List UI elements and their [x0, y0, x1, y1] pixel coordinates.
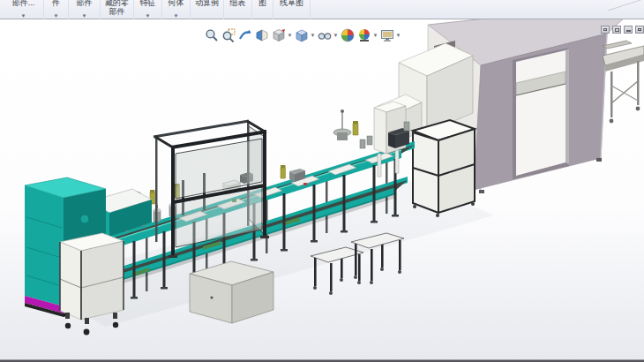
cm-button-label: 图 — [258, 0, 266, 7]
cm-button-label: 部件 — [77, 0, 93, 7]
floor-control-box[interactable] — [190, 261, 273, 323]
color-ball-icon — [341, 28, 355, 42]
chevron-down-icon[interactable]: ▼ — [287, 33, 293, 38]
cm-button-label: 动算例 — [195, 0, 219, 7]
scene-ball-icon — [357, 28, 371, 42]
bowl-feeder-station[interactable] — [333, 109, 372, 148]
cm-button-reference-geometry[interactable]: 何体 ▼ — [162, 0, 191, 19]
magnifier-area-icon — [221, 28, 236, 42]
view-settings-button[interactable] — [378, 27, 395, 43]
close-icon[interactable] — [635, 26, 644, 34]
orientation-cube-icon — [272, 28, 286, 42]
chevron-down-icon[interactable]: ▼ — [310, 33, 316, 38]
cm-button-component[interactable]: 部件 ▼ — [69, 0, 101, 19]
chevron-down-icon[interactable]: ▼ — [333, 33, 339, 38]
cm-button-bom[interactable]: 细表 — [224, 0, 252, 19]
heads-up-view-toolbar: ▼ ▼ ▼ — [203, 27, 401, 43]
maximize-icon[interactable] — [612, 26, 621, 34]
assembly-model[interactable] — [0, 19, 644, 359]
command-manager-buttons: 部件... ▼ 件 ▼ 部件 ▼ 藏的零 部件 特征 ▼ 何体 ▼ — [4, 0, 311, 19]
chevron-down-icon: ▼ — [82, 13, 87, 19]
minimize-icon[interactable] — [624, 26, 633, 34]
zoom-to-fit-button[interactable] — [203, 27, 220, 43]
chevron-down-icon: ▼ — [21, 13, 26, 19]
exit-conveyor[interactable] — [603, 41, 644, 123]
window-controls — [601, 26, 644, 34]
glasses-icon — [318, 28, 332, 42]
framed-cabinet[interactable] — [413, 120, 475, 217]
cm-button-explode-line-sketch[interactable]: 线草图 — [273, 0, 311, 19]
cm-button-label: 细表 — [230, 0, 246, 7]
cm-button-label: 部件... — [12, 0, 35, 7]
cm-button-motion-study[interactable]: 动算例 — [191, 0, 224, 19]
zoom-to-area-button[interactable] — [220, 27, 236, 43]
cm-button-label: 何体 — [168, 0, 184, 7]
decorative-line — [608, 0, 644, 11]
cm-button-label: 线草图 — [280, 0, 303, 7]
solidworks-window: 部件... ▼ 件 ▼ 部件 ▼ 藏的零 部件 特征 ▼ 何体 ▼ — [0, 0, 644, 362]
shaded-cube-icon — [295, 28, 309, 42]
cm-button-components[interactable]: 部件... ▼ — [4, 0, 44, 19]
edit-appearance-button[interactable] — [339, 27, 356, 43]
cm-button-hidden-components[interactable]: 藏的零 部件 — [101, 0, 134, 19]
blue-swoosh-icon — [238, 28, 252, 42]
cm-button-exploded-view[interactable]: 图 — [252, 0, 273, 19]
cm-button-label: 特征 — [140, 0, 156, 7]
cm-button-part[interactable]: 件 ▼ — [44, 0, 69, 19]
display-style-button[interactable] — [293, 27, 310, 43]
monitor-icon — [380, 28, 394, 42]
command-manager: 部件... ▼ 件 ▼ 部件 ▼ 藏的零 部件 特征 ▼ 何体 ▼ — [0, 0, 644, 19]
chevron-down-icon: ▼ — [146, 13, 151, 19]
chevron-down-icon[interactable]: ▼ — [372, 33, 378, 38]
chevron-down-icon[interactable]: ▼ — [395, 33, 401, 38]
section-cube-icon — [255, 28, 269, 42]
cm-button-features[interactable]: 特征 ▼ — [134, 0, 162, 19]
cm-button-label: 件 — [52, 0, 60, 7]
cm-button-label: 藏的零 部件 — [105, 0, 129, 16]
previous-view-button[interactable] — [236, 27, 253, 43]
restore-icon[interactable] — [601, 26, 610, 34]
graphics-viewport[interactable]: ▼ ▼ ▼ — [0, 19, 644, 359]
section-view-button[interactable] — [253, 27, 270, 43]
chevron-down-icon: ▼ — [54, 13, 59, 19]
apply-scene-button[interactable] — [356, 27, 372, 43]
chevron-down-icon: ▼ — [174, 13, 179, 19]
magnifier-icon — [205, 28, 219, 42]
hide-show-items-button[interactable] — [316, 27, 333, 43]
view-orientation-button[interactable] — [270, 27, 287, 43]
